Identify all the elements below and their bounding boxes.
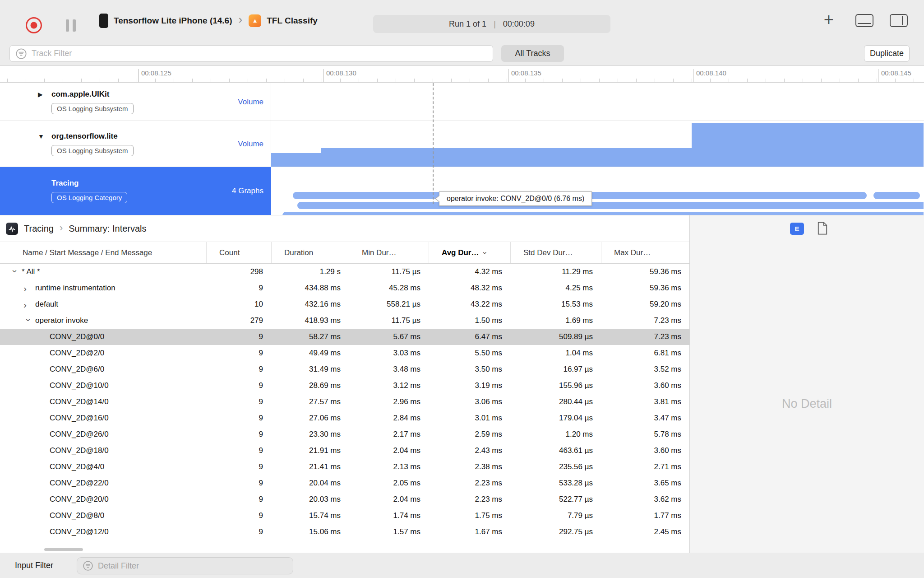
all-tracks-button[interactable]: All Tracks: [501, 45, 564, 62]
track-meta-label: Volume: [238, 98, 263, 107]
toggle-right-pane-button[interactable]: [890, 14, 908, 27]
track-filter-input[interactable]: [32, 49, 438, 58]
row-name: CONV_2D@18/0: [50, 446, 109, 455]
table-row[interactable]: CONV_2D@22/0 9 20.04 ms 2.05 ms 2.23 ms …: [0, 475, 689, 491]
table-row[interactable]: CONV_2D@16/0 9 27.06 ms 2.84 ms 3.01 ms …: [0, 410, 689, 426]
table-row[interactable]: CONV_2D@12/0 9 15.06 ms 1.57 ms 1.67 ms …: [0, 524, 689, 540]
row-name: CONV_2D@12/0: [50, 527, 109, 536]
row-stddev-duration: 11.29 ms: [510, 267, 601, 276]
row-count: 10: [206, 300, 271, 309]
row-disclosure-icon[interactable]: ›: [11, 267, 20, 277]
track-badge: OS Logging Subsystem: [51, 103, 134, 114]
interval-bar[interactable]: [297, 202, 924, 209]
table-row[interactable]: CONV_2D@10/0 9 28.69 ms 3.12 ms 3.19 ms …: [0, 378, 689, 394]
row-count: 9: [206, 381, 271, 390]
table-row[interactable]: CONV_2D@14/0 9 27.57 ms 2.96 ms 3.06 ms …: [0, 394, 689, 410]
run-counter: Run 1 of 1: [449, 19, 486, 29]
pause-button[interactable]: [66, 19, 76, 32]
table-row[interactable]: CONV_2D@26/0 9 23.30 ms 2.17 ms 2.59 ms …: [0, 426, 689, 443]
interval-bar[interactable]: [873, 192, 920, 199]
row-name: operator invoke: [35, 316, 88, 325]
row-duration: 28.69 ms: [271, 381, 349, 390]
chevron-right-icon: ›: [238, 13, 244, 28]
table-row[interactable]: › * All * 298 1.29 s 11.75 µs 4.32 ms 11…: [0, 264, 689, 280]
disclosure-expanded-icon[interactable]: ▼: [38, 133, 51, 140]
column-header-min[interactable]: Min Dur…: [349, 242, 429, 263]
row-disclosure-icon[interactable]: ›: [24, 316, 34, 326]
column-header-name[interactable]: Name / Start Message / End Message: [0, 242, 206, 263]
track-row-uikit[interactable]: ▶ com.apple.UIKit OS Logging Subsystem V…: [0, 83, 924, 121]
column-header-stddev[interactable]: Std Dev Dur…: [510, 242, 601, 263]
row-avg-duration: 6.47 ms: [429, 332, 510, 341]
track-badge: OS Logging Category: [51, 192, 127, 203]
row-min-duration: 2.13 ms: [349, 462, 429, 471]
row-disclosure-icon[interactable]: ›: [23, 300, 34, 309]
row-min-duration: 2.04 ms: [349, 446, 429, 455]
summary-table-header: Name / Start Message / End Message Count…: [0, 242, 689, 264]
table-row[interactable]: › operator invoke 279 418.93 ms 11.75 µs…: [0, 312, 689, 329]
row-count: 279: [206, 316, 271, 325]
row-count: 9: [206, 414, 271, 423]
row-avg-duration: 3.50 ms: [429, 365, 510, 374]
row-max-duration: 3.62 ms: [601, 495, 689, 504]
row-avg-duration: 1.50 ms: [429, 316, 510, 325]
track-graph-uikit[interactable]: [271, 83, 924, 121]
playhead-line[interactable]: [433, 83, 434, 204]
table-row[interactable]: › runtime instrumentation 9 434.88 ms 45…: [0, 280, 689, 296]
row-disclosure-icon[interactable]: ›: [23, 284, 34, 293]
track-filter-field[interactable]: [9, 45, 493, 62]
row-count: 9: [206, 397, 271, 406]
document-icon[interactable]: [817, 222, 828, 237]
row-max-duration: 59.36 ms: [601, 284, 689, 293]
column-header-avg[interactable]: Avg Dur…›: [429, 242, 510, 263]
row-duration: 432.16 ms: [271, 300, 349, 309]
extended-detail-button[interactable]: E: [790, 223, 804, 235]
row-duration: 49.49 ms: [271, 349, 349, 358]
track-row-tensorflow[interactable]: ▼ org.tensorflow.lite OS Logging Subsyst…: [0, 121, 924, 167]
row-avg-duration: 48.32 ms: [429, 284, 510, 293]
detail-filter-input[interactable]: [98, 561, 269, 571]
row-avg-duration: 3.01 ms: [429, 414, 510, 423]
interval-bar[interactable]: [282, 212, 924, 215]
track-badge: OS Logging Subsystem: [51, 145, 134, 156]
breadcrumb-page[interactable]: Summary: Intervals: [69, 224, 146, 234]
table-row[interactable]: CONV_2D@4/0 9 21.41 ms 2.13 ms 2.38 ms 2…: [0, 459, 689, 475]
row-avg-duration: 4.32 ms: [429, 267, 510, 276]
interval-tooltip: operator invoke: CONV_2D@0/0 (6.76 ms): [439, 191, 592, 206]
toolbar: Tensorflow Lite iPhone (14.6) › ▲ TFL Cl…: [0, 0, 924, 66]
add-instrument-button[interactable]: +: [824, 11, 834, 31]
table-row[interactable]: CONV_2D@20/0 9 20.03 ms 2.04 ms 2.23 ms …: [0, 491, 689, 508]
track-graph-tracing[interactable]: [271, 167, 924, 215]
toggle-bottom-pane-button[interactable]: [855, 14, 873, 27]
table-row[interactable]: CONV_2D@8/0 9 15.74 ms 1.74 ms 1.75 ms 7…: [0, 508, 689, 524]
column-header-max[interactable]: Max Dur…: [601, 242, 689, 263]
detail-filter-field[interactable]: [77, 557, 293, 574]
column-header-duration[interactable]: Duration: [271, 242, 349, 263]
disclosure-collapsed-icon[interactable]: ▶: [38, 91, 51, 98]
column-header-count[interactable]: Count: [206, 242, 271, 263]
table-row[interactable]: CONV_2D@18/0 9 21.91 ms 2.04 ms 2.43 ms …: [0, 443, 689, 459]
table-row[interactable]: › default 10 432.16 ms 558.21 µs 43.22 m…: [0, 296, 689, 312]
row-stddev-duration: 1.69 ms: [510, 316, 601, 325]
row-max-duration: 3.81 ms: [601, 397, 689, 406]
bottom-bar: Input Filter: [0, 553, 924, 578]
breadcrumb: Tracing › Summary: Intervals: [0, 215, 689, 242]
row-duration: 434.88 ms: [271, 284, 349, 293]
table-row[interactable]: CONV_2D@0/0 9 58.27 ms 5.67 ms 6.47 ms 5…: [0, 329, 689, 345]
duplicate-button[interactable]: Duplicate: [864, 45, 910, 62]
table-row[interactable]: CONV_2D@6/0 9 31.49 ms 3.48 ms 3.50 ms 1…: [0, 361, 689, 378]
ruler-tick: 00:08.140: [693, 69, 726, 82]
record-button[interactable]: [26, 17, 42, 33]
time-ruler[interactable]: 00:08.125 00:08.130 00:08.135 00:08.140 …: [0, 66, 924, 83]
target-selector[interactable]: Tensorflow Lite iPhone (14.6) › ▲ TFL Cl…: [99, 0, 318, 41]
row-count: 9: [206, 511, 271, 520]
iphone-icon: [99, 14, 108, 28]
breadcrumb-root[interactable]: Tracing: [24, 224, 54, 234]
row-name: CONV_2D@14/0: [50, 397, 109, 406]
row-duration: 27.57 ms: [271, 397, 349, 406]
row-min-duration: 2.05 ms: [349, 479, 429, 488]
horizontal-scrollbar[interactable]: [44, 548, 83, 551]
row-min-duration: 11.75 µs: [349, 267, 429, 276]
table-row[interactable]: CONV_2D@2/0 9 49.49 ms 3.03 ms 5.50 ms 1…: [0, 345, 689, 361]
track-graph-volume[interactable]: [271, 121, 924, 167]
